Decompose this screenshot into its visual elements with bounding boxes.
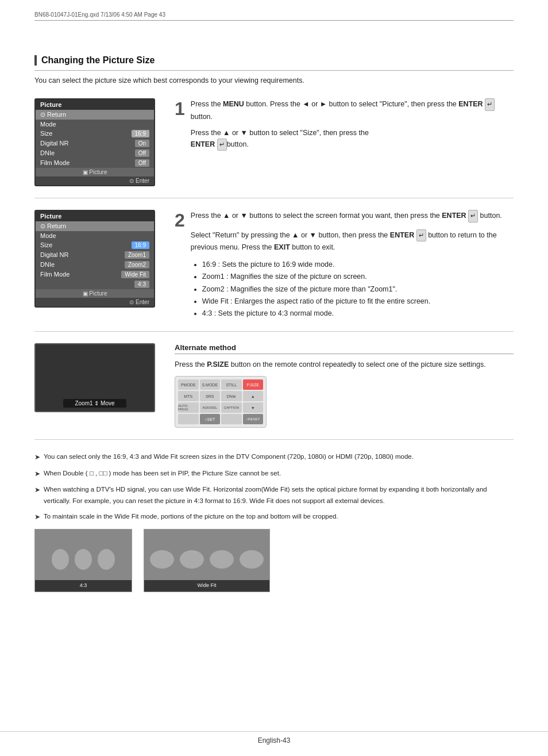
remote-btn-down[interactable]: ▼ bbox=[243, 402, 264, 413]
aspect-label-widefit: Wide Fit bbox=[144, 580, 269, 591]
menu-row-film-1: Film Mode Off bbox=[36, 158, 154, 168]
page-number: English-43 bbox=[258, 736, 291, 745]
menu-label-bottom-1: ▣ Picture bbox=[36, 168, 154, 176]
menu-footer-1: ⊙ Enter bbox=[36, 176, 154, 185]
alternate-text: Press the P.SIZE button on the remote co… bbox=[175, 359, 514, 370]
alternate-title: Alternate method bbox=[175, 343, 514, 354]
remote-mock: PMODE S.MODE STILL P.SIZE MTS SRS DNIe ▲… bbox=[175, 376, 514, 428]
doc-header: BN68-01047J-01Eng.qxd 7/13/06 4:50 AM Pa… bbox=[34, 11, 514, 21]
remote-btn-psize[interactable]: P.SIZE bbox=[243, 379, 264, 390]
section-divider bbox=[34, 70, 514, 71]
remote-btn-empty2 bbox=[221, 414, 242, 424]
alternate-section: Zoom1 ⇕ Move Alternate method Press the … bbox=[34, 343, 514, 440]
step-1-block: Picture ⊙ Return Mode Size 16:9 Digital … bbox=[34, 98, 514, 198]
remote-btn-still: STILL bbox=[221, 379, 242, 390]
step-1-number: 1 bbox=[175, 99, 185, 118]
step-1-content: Press the MENU button. Press the ◄ or ► … bbox=[191, 98, 514, 151]
bullet-zoom2: Zoom2 : Magnifies the size of the pictur… bbox=[202, 283, 514, 296]
section-title: Changing the Picture Size bbox=[41, 55, 514, 66]
note-text-2: When Double ( □ , □□ ) mode has been set… bbox=[44, 468, 514, 479]
remote-btn-reset: ○RESET bbox=[243, 414, 264, 424]
menu-row-mode-1: Mode bbox=[36, 120, 154, 129]
menu-row-return-1: ⊙ Return bbox=[36, 110, 154, 120]
note-arrow-2: ➤ bbox=[34, 468, 40, 479]
remote-btn-pmode: PMODE bbox=[178, 379, 199, 390]
note-text-1: You can select only the 16:9, 4:3 and Wi… bbox=[44, 451, 514, 463]
remote-image: PMODE S.MODE STILL P.SIZE MTS SRS DNIe ▲… bbox=[175, 376, 267, 428]
section-intro: You can select the picture size which be… bbox=[34, 76, 514, 85]
bullet-zoom1: Zoom1 : Magnifies the size of the pictur… bbox=[202, 271, 514, 283]
remote-btn-set: ○SET bbox=[200, 414, 221, 424]
remote-btn-mts: MTS bbox=[178, 391, 199, 401]
menu-row-size-2: Size 16:9 bbox=[36, 240, 154, 250]
note-item-1: ➤ You can select only the 16:9, 4:3 and … bbox=[34, 451, 514, 463]
bullet-widefit: Wide Fit : Enlarges the aspect ratio of … bbox=[202, 296, 514, 308]
step-1-text: 1 Press the MENU button. Press the ◄ or … bbox=[175, 98, 514, 186]
step-1-menu-image: Picture ⊙ Return Mode Size 16:9 Digital … bbox=[34, 98, 161, 186]
menu-row-size-1: Size 16:9 bbox=[36, 129, 154, 139]
remote-btn-up[interactable]: ▲ bbox=[243, 391, 264, 401]
aspect-images: 4:3 Wide Fit bbox=[34, 529, 514, 592]
menu-label-bottom-2: ▣ Picture bbox=[36, 289, 154, 298]
section-title-bar: Changing the Picture Size bbox=[34, 55, 514, 66]
note-item-2: ➤ When Double ( □ , □□ ) mode has been s… bbox=[34, 468, 514, 479]
alternate-right: Alternate method Press the P.SIZE button… bbox=[175, 343, 514, 428]
aspect-img-widefit: Wide Fit bbox=[144, 529, 270, 592]
step-2-block: Picture ⊙ Return Mode Size 16:9 Digital … bbox=[34, 210, 514, 332]
alternate-left: Zoom1 ⇕ Move bbox=[34, 343, 161, 428]
note-item-4: ➤ To maintain scale in the Wide Fit mode… bbox=[34, 511, 514, 523]
note-item-3: ➤ When watching a DTV's HD signal, you c… bbox=[34, 484, 514, 506]
step-2-number: 2 bbox=[175, 211, 185, 229]
menu-row-zoom2-2: DNIe Zoom2 bbox=[36, 260, 154, 270]
bullet-169: 16:9 : Sets the picture to 16:9 wide mod… bbox=[202, 259, 514, 271]
menu-row-43-2: 4:3 bbox=[36, 279, 154, 289]
page-footer: English-43 bbox=[0, 731, 548, 745]
remote-btn-adddel: ADD/DEL bbox=[200, 402, 221, 413]
note-arrow-4: ➤ bbox=[34, 511, 40, 523]
note-text-4: To maintain scale in the Wide Fit mode, … bbox=[44, 511, 514, 523]
step-2-content: Press the ▲ or ▼ buttons to select the s… bbox=[191, 210, 514, 320]
remote-btn-srs: SRS bbox=[200, 391, 221, 401]
remote-btn-smode: S.MODE bbox=[200, 379, 221, 390]
menu-row-mode-2: Mode bbox=[36, 231, 154, 240]
menu-footer-2: ⊙ Enter bbox=[36, 298, 154, 306]
menu-row-return-2: ⊙ Return bbox=[36, 221, 154, 231]
bullet-43: 4:3 : Sets the picture to 4:3 normal mod… bbox=[202, 308, 514, 320]
step-2-text: 2 Press the ▲ or ▼ buttons to select the… bbox=[175, 210, 514, 320]
menu-title-1: Picture bbox=[40, 101, 61, 108]
note-arrow-3: ➤ bbox=[34, 484, 40, 496]
menu-title-bar-1: Picture bbox=[36, 99, 154, 110]
remote-btn-caption: CAPTION bbox=[221, 402, 242, 413]
menu-screen-2: Picture ⊙ Return Mode Size 16:9 Digital … bbox=[34, 210, 155, 308]
remote-btn-dnie: DNIe bbox=[221, 391, 242, 401]
menu-row-dnr-1: Digital NR On bbox=[36, 139, 154, 148]
step-2-menu-image: Picture ⊙ Return Mode Size 16:9 Digital … bbox=[34, 210, 161, 320]
remote-btn-empty1 bbox=[178, 414, 199, 424]
menu-title-bar-2: Picture bbox=[36, 211, 154, 221]
note-arrow-1: ➤ bbox=[34, 451, 40, 463]
menu-row-dnie-1: DNIe Off bbox=[36, 148, 154, 158]
notes-section: ➤ You can select only the 16:9, 4:3 and … bbox=[34, 451, 514, 592]
doc-header-text: BN68-01047J-01Eng.qxd 7/13/06 4:50 AM Pa… bbox=[34, 11, 165, 18]
note-text-3: When watching a DTV's HD signal, you can… bbox=[44, 484, 514, 506]
remote-btn-autoprog: AUTO PROG bbox=[178, 402, 199, 413]
step-2-bullets: 16:9 : Sets the picture to 16:9 wide mod… bbox=[191, 259, 514, 320]
aspect-label-43: 4:3 bbox=[35, 580, 132, 591]
aspect-img-43: 4:3 bbox=[34, 529, 132, 592]
tv-screen-alt-label: Zoom1 ⇕ Move bbox=[63, 399, 126, 408]
tv-screen-alt: Zoom1 ⇕ Move bbox=[34, 343, 155, 412]
menu-row-zoom1-2: Digital NR Zoom1 bbox=[36, 250, 154, 260]
menu-screen-1: Picture ⊙ Return Mode Size 16:9 Digital … bbox=[34, 98, 155, 186]
page-container: BN68-01047J-01Eng.qxd 7/13/06 4:50 AM Pa… bbox=[0, 0, 548, 756]
menu-row-widefit-2: Film Mode Wide Fit bbox=[36, 270, 154, 279]
